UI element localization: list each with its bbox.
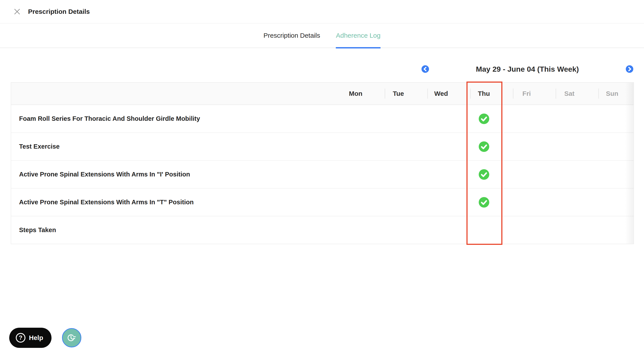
- adherence-cell-sat: [548, 105, 591, 132]
- clock-history-icon: [67, 333, 77, 343]
- exercise-label-cell: Test Exercise: [11, 133, 334, 160]
- adherence-cell-fri: [505, 133, 548, 160]
- chevron-right-icon: [626, 65, 633, 73]
- day-header-fri: Fri: [505, 83, 548, 104]
- page-title: Prescription Details: [28, 8, 90, 15]
- table-row: Active Prone Spinal Extensions With Arms…: [11, 161, 634, 188]
- day-header-tue: Tue: [377, 83, 420, 104]
- adherence-cell-thu: [462, 216, 505, 244]
- tab-prescription-details[interactable]: Prescription Details: [264, 24, 320, 48]
- adherence-cell-tue: [377, 188, 420, 216]
- adherence-cell-tue: [377, 161, 420, 188]
- adherence-cell-thu: [462, 188, 505, 216]
- adherence-cell-thu: [462, 161, 505, 188]
- table-row: Active Prone Spinal Extensions With Arms…: [11, 188, 634, 216]
- table-row: Steps Taken: [11, 216, 634, 244]
- modal-top-bar: Prescription Details: [0, 0, 644, 24]
- adherence-table: MonTueWedThuFriSatSun Foam Roll Series F…: [11, 82, 634, 244]
- close-icon: [14, 8, 20, 15]
- adherence-cell-sun: [591, 133, 634, 160]
- adherence-cell-mon: [334, 133, 377, 160]
- adherence-cell-sun: [591, 161, 634, 188]
- adherence-cell-sun: [591, 216, 634, 244]
- exercise-label-cell: Active Prone Spinal Extensions With Arms…: [11, 161, 334, 188]
- adherence-cell-mon: [334, 161, 377, 188]
- help-button[interactable]: ? Help: [9, 328, 52, 348]
- adherence-cell-wed: [420, 216, 462, 244]
- help-button-label: Help: [29, 334, 43, 342]
- adherence-cell-wed: [420, 161, 462, 188]
- header-label-spacer: [11, 83, 334, 104]
- close-button[interactable]: [13, 8, 21, 16]
- day-header-sun: Sun: [591, 83, 634, 104]
- exercise-label-cell: Steps Taken: [11, 216, 334, 244]
- day-header-row: MonTueWedThuFriSatSun: [11, 83, 634, 105]
- exercise-label-cell: Foam Roll Series For Thoracic And Should…: [11, 105, 334, 132]
- adherence-cell-fri: [505, 188, 548, 216]
- next-week-button[interactable]: [626, 65, 633, 73]
- adherence-cell-sat: [548, 188, 591, 216]
- tab-bar: Prescription Details Adherence Log: [0, 24, 644, 48]
- exercise-label: Steps Taken: [19, 226, 56, 234]
- exercise-label: Active Prone Spinal Extensions With Arms…: [19, 171, 190, 178]
- exercise-label: Active Prone Spinal Extensions With Arms…: [19, 198, 194, 206]
- table-row: Foam Roll Series For Thoracic And Should…: [11, 105, 634, 133]
- adherence-cell-sun: [591, 105, 634, 132]
- week-range-title: May 29 - June 04 (This Week): [476, 65, 579, 74]
- adherence-cell-mon: [334, 105, 377, 132]
- adherence-cell-fri: [505, 105, 548, 132]
- adherence-cell-sat: [548, 216, 591, 244]
- adherence-cell-thu: [462, 133, 505, 160]
- chevron-left-icon: [422, 65, 429, 73]
- adherence-cell-wed: [420, 188, 462, 216]
- adherence-cell-mon: [334, 216, 377, 244]
- adherence-cell-sat: [548, 133, 591, 160]
- completed-check-icon: [479, 114, 489, 124]
- day-header-wed: Wed: [420, 83, 462, 104]
- previous-week-button[interactable]: [422, 65, 429, 73]
- adherence-cell-tue: [377, 133, 420, 160]
- adherence-cell-mon: [334, 188, 377, 216]
- adherence-cell-wed: [420, 133, 462, 160]
- adherence-cell-sat: [548, 161, 591, 188]
- history-fab-button[interactable]: [62, 328, 81, 348]
- adherence-cell-tue: [377, 105, 420, 132]
- exercise-label-cell: Active Prone Spinal Extensions With Arms…: [11, 188, 334, 216]
- completed-check-icon: [479, 197, 489, 208]
- adherence-cell-wed: [420, 105, 462, 132]
- question-mark-icon: ?: [16, 333, 26, 342]
- day-header-mon: Mon: [334, 83, 377, 104]
- adherence-cell-fri: [505, 161, 548, 188]
- tab-adherence-log[interactable]: Adherence Log: [336, 24, 380, 48]
- adherence-cell-tue: [377, 216, 420, 244]
- completed-check-icon: [479, 169, 489, 180]
- adherence-cell-fri: [505, 216, 548, 244]
- exercise-label: Foam Roll Series For Thoracic And Should…: [19, 115, 200, 122]
- day-header-thu: Thu: [462, 83, 505, 104]
- adherence-cell-sun: [591, 188, 634, 216]
- completed-check-icon: [479, 142, 489, 152]
- exercise-label: Test Exercise: [19, 143, 60, 150]
- week-navigation: May 29 - June 04 (This Week): [422, 65, 633, 73]
- adherence-cell-thu: [462, 105, 505, 132]
- table-row: Test Exercise: [11, 133, 634, 161]
- adherence-rows: Foam Roll Series For Thoracic And Should…: [11, 105, 634, 244]
- day-header-sat: Sat: [548, 83, 591, 104]
